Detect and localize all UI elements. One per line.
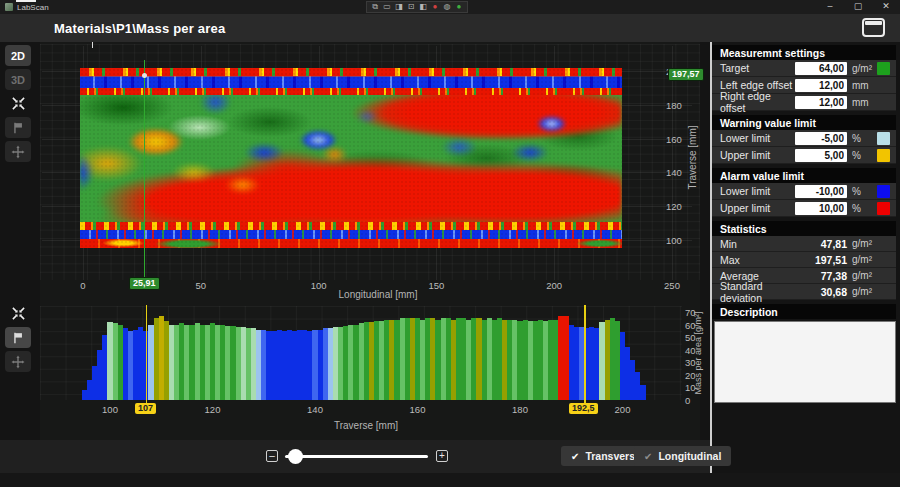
fit-view-icon[interactable] <box>5 93 31 114</box>
tray-icon-4[interactable]: ⊡ <box>405 2 417 12</box>
unit-label: g/m² <box>847 63 877 74</box>
window-footer <box>0 473 900 487</box>
swatch-spacer <box>877 96 890 109</box>
alarm-upper-input[interactable] <box>795 202 847 215</box>
x-tick-label: 100 <box>307 280 331 291</box>
warning-lower-row: Lower limit % <box>712 130 896 147</box>
profile-cursor-2[interactable] <box>584 305 586 403</box>
y-tick-label: 30 <box>685 357 705 368</box>
field-label: Lower limit <box>720 185 795 197</box>
target-input[interactable] <box>795 62 847 75</box>
y-tick-label: 60 <box>685 320 705 331</box>
sidebar: 2D 3D <box>0 42 40 440</box>
field-label: Upper limit <box>720 202 795 214</box>
section-description: Description <box>712 304 896 407</box>
alarm-upper-row: Upper limit % <box>712 200 896 217</box>
menu-icon[interactable] <box>0 14 38 42</box>
tray-icon-2[interactable]: ▭ <box>381 2 393 12</box>
y-axis-label: Traverse [mm] <box>687 118 698 198</box>
profile-cursor-2-badge: 192,5 <box>569 403 598 414</box>
profile-cursor-1-badge: 107 <box>135 403 156 414</box>
scale-tick <box>92 42 93 48</box>
swatch-spacer <box>877 79 890 92</box>
y-tick-label: 10 <box>685 382 705 393</box>
stat-label: Standard deviation <box>720 280 793 304</box>
settings-panel: Measuremnt settings Target g/m² Left edg… <box>710 42 896 487</box>
zoom-in-icon[interactable]: + <box>436 450 448 462</box>
y-tick-label: 0 <box>685 395 705 406</box>
cursor-x-badge: 25,91 <box>129 277 160 290</box>
marker-flag-icon[interactable] <box>5 117 31 138</box>
stat-value: 30,68 <box>793 286 847 298</box>
stat-stddev-row: Standard deviation 30,68 g/m² <box>712 284 896 300</box>
warning-upper-swatch[interactable] <box>877 149 890 162</box>
maximize-button[interactable]: ▢ <box>844 0 872 14</box>
zoom-out-icon[interactable]: – <box>266 450 278 462</box>
tray-icon-7[interactable]: ◍ <box>441 2 453 12</box>
x-tick-label: 150 <box>424 280 448 291</box>
longitudinal-toggle-button[interactable]: ✔ Longitudinal <box>634 446 731 466</box>
description-input[interactable] <box>714 321 896 403</box>
tray-icon-8[interactable]: ● <box>453 2 465 12</box>
section-statistics: Statistics Min 47,81 g/m² Max 197,51 g/m… <box>712 221 896 300</box>
section-header: Alarm value limit <box>712 168 896 183</box>
unit-label: g/m² <box>847 254 877 265</box>
x-tick-label: 50 <box>189 280 213 291</box>
x-tick-label: 200 <box>609 404 637 415</box>
zoom-slider-track[interactable] <box>285 455 428 458</box>
tray-icon-1[interactable]: ⧉ <box>369 2 381 12</box>
y-tick-label: 160 <box>666 134 694 145</box>
x-tick-label: 120 <box>199 404 227 415</box>
heatmap-chart[interactable]: 25,91 197,57 Longitudinal [mm] Traverse … <box>40 42 700 300</box>
x-tick-label: 250 <box>660 280 684 291</box>
fit-view-bottom-icon[interactable] <box>5 303 31 324</box>
unit-label: % <box>847 203 877 214</box>
right-edge-offset-input[interactable] <box>795 96 847 109</box>
profile-bar <box>640 385 645 400</box>
y-tick-label: 40 <box>685 345 705 356</box>
profile-cursor-1[interactable] <box>146 305 148 403</box>
alarm-upper-swatch[interactable] <box>877 202 890 215</box>
heatmap-image[interactable] <box>80 68 622 248</box>
left-edge-offset-input[interactable] <box>795 79 847 92</box>
pan-bottom-icon[interactable] <box>5 351 31 372</box>
field-label: Target <box>720 62 795 74</box>
marker-flag-bottom-icon[interactable] <box>5 327 31 348</box>
minimize-button[interactable]: – <box>816 0 844 14</box>
tray-icon-5[interactable]: ◧ <box>417 2 429 12</box>
layout-toggle-icon[interactable] <box>862 18 885 37</box>
crosshair-line[interactable] <box>144 60 145 278</box>
profile-chart[interactable]: 107 192,5 Traverse [mm] Mass per area [g… <box>40 300 700 440</box>
labscan-window: LabScan ⧉▭◨⊡◧●◍● – ▢ ✕ Materials\P1\Mass… <box>0 0 900 487</box>
unit-label: mm <box>847 97 877 108</box>
warning-upper-row: Upper limit % <box>712 147 896 164</box>
view-3d-button[interactable]: 3D <box>5 69 31 90</box>
field-label: Lower limit <box>720 132 795 144</box>
x-axis-label: Traverse [mm] <box>286 420 446 431</box>
tray-icon-3[interactable]: ◨ <box>393 2 405 12</box>
zoom-slider-knob[interactable] <box>288 449 303 464</box>
pan-icon[interactable] <box>5 141 31 162</box>
close-button[interactable]: ✕ <box>872 0 900 14</box>
cursor-dot <box>142 73 147 78</box>
section-alarm: Alarm value limit Lower limit % Upper li… <box>712 168 896 217</box>
section-header: Description <box>712 304 896 319</box>
warning-lower-input[interactable] <box>795 132 847 145</box>
check-icon: ✔ <box>571 451 579 462</box>
longitudinal-label: Longitudinal <box>658 450 721 462</box>
x-tick-label: 160 <box>404 404 432 415</box>
field-label: Right edge offset <box>720 90 795 114</box>
target-color-swatch[interactable] <box>877 62 890 75</box>
x-tick-label: 140 <box>301 404 329 415</box>
target-row: Target g/m² <box>712 60 896 77</box>
warning-upper-input[interactable] <box>795 149 847 162</box>
section-header: Statistics <box>712 221 896 236</box>
section-header: Measuremnt settings <box>712 45 896 60</box>
tray-icon-6[interactable]: ● <box>429 2 441 12</box>
warning-lower-swatch[interactable] <box>877 132 890 145</box>
view-2d-button[interactable]: 2D <box>5 45 31 66</box>
alarm-lower-input[interactable] <box>795 185 847 198</box>
bottom-controls: – + ✔ Transversal ✔ Longitudinal <box>0 440 710 473</box>
alarm-lower-swatch[interactable] <box>877 185 890 198</box>
stat-min-row: Min 47,81 g/m² <box>712 236 896 252</box>
